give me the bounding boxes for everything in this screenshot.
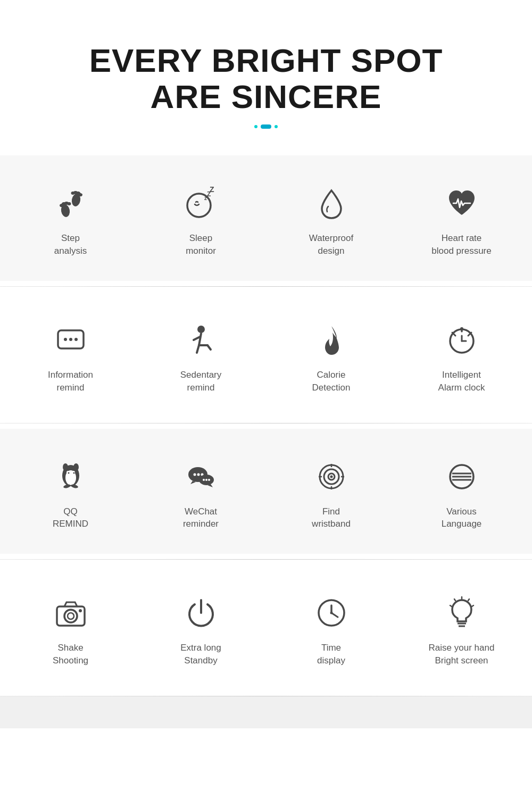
feature-sedentary: Sedentary remind <box>136 308 266 407</box>
svg-point-17 <box>74 338 78 341</box>
feature-wechat: WeChat reminder <box>136 445 266 544</box>
svg-line-68 <box>468 599 469 601</box>
feature-heart-rate: Heart rate blood pressure <box>396 171 527 270</box>
flame-icon <box>310 319 353 361</box>
svg-point-28 <box>63 463 68 471</box>
feature-section-1: Step analysis z Z Z Sleep monitor <box>0 155 532 281</box>
svg-line-70 <box>472 605 473 606</box>
qq-icon <box>49 455 92 498</box>
feature-alarm: Intelligent Alarm clock <box>396 308 527 407</box>
svg-point-37 <box>193 473 196 476</box>
svg-point-57 <box>64 610 77 622</box>
page-title: EVERY BRIGHT SPOT ARE SINCERE <box>89 43 443 115</box>
step-analysis-label: Step analysis <box>54 232 87 257</box>
footer-spacer <box>0 696 532 728</box>
calorie-label: Calorie Detection <box>312 369 351 394</box>
svg-point-58 <box>68 613 74 619</box>
heart-rate-label: Heart rate blood pressure <box>431 232 491 257</box>
svg-point-32 <box>68 472 69 473</box>
sitting-icon <box>180 319 222 361</box>
clock-icon <box>310 592 353 634</box>
feature-step-analysis: Step analysis <box>5 171 136 270</box>
divider-1 <box>0 286 532 287</box>
power-icon <box>180 592 222 634</box>
svg-point-64 <box>330 612 332 614</box>
bulb-icon <box>440 592 483 634</box>
svg-point-43 <box>208 479 210 481</box>
shake-shoot-label: Shake Shooting <box>53 642 88 667</box>
feature-language: Various Language <box>396 445 527 544</box>
svg-point-18 <box>197 326 205 333</box>
svg-point-41 <box>203 479 205 481</box>
alarm-icon <box>440 319 483 361</box>
feature-sleep-monitor: z Z Z Sleep monitor <box>136 171 266 270</box>
feature-raise-hand: Raise your hand Bright screen <box>396 581 527 680</box>
qq-label: QQ REMIND <box>53 505 88 531</box>
page-header: EVERY BRIGHT SPOT ARE SINCERE <box>79 0 454 150</box>
sleep-monitor-label: Sleep monitor <box>186 232 216 257</box>
svg-point-15 <box>64 338 67 341</box>
feature-section-4: Shake Shooting Extra long Standby <box>0 565 532 691</box>
svg-line-69 <box>454 599 455 601</box>
feature-section-3: QQ REMIND <box>0 429 532 554</box>
time-display-label: Time display <box>317 642 345 667</box>
heartrate-icon <box>440 182 483 225</box>
footprints-icon <box>49 182 92 225</box>
svg-text:Z: Z <box>210 186 214 194</box>
info-remind-label: Information remind <box>48 369 93 394</box>
waterproof-label: Waterproof design <box>309 232 353 257</box>
svg-point-38 <box>197 473 200 476</box>
svg-point-23 <box>460 327 463 330</box>
svg-line-71 <box>450 605 452 606</box>
feature-waterproof: Waterproof design <box>266 171 396 270</box>
svg-point-59 <box>79 609 82 612</box>
language-label: Various Language <box>442 505 482 531</box>
drop-icon <box>310 182 353 225</box>
radar-icon <box>310 455 353 498</box>
svg-point-29 <box>73 463 79 471</box>
decorative-dots <box>89 124 443 129</box>
divider-3 <box>0 559 532 560</box>
sleep-icon: z Z Z <box>180 182 222 225</box>
wechat-icon <box>180 455 222 498</box>
wechat-label: WeChat reminder <box>183 505 219 531</box>
feature-info-remind: Information remind <box>5 308 136 407</box>
menu-icon <box>440 455 483 498</box>
alarm-label: Intelligent Alarm clock <box>438 369 485 394</box>
svg-point-42 <box>205 479 207 481</box>
feature-standby: Extra long Standby <box>136 581 266 680</box>
feature-find-band: Find wristband <box>266 445 396 544</box>
feature-calorie: Calorie Detection <box>266 308 396 407</box>
camera-icon <box>49 592 92 634</box>
find-band-label: Find wristband <box>312 505 351 531</box>
svg-point-47 <box>330 475 332 478</box>
feature-shake-shoot: Shake Shooting <box>5 581 136 680</box>
standby-label: Extra long Standby <box>180 642 221 667</box>
feature-time-display: Time display <box>266 581 396 680</box>
raise-hand-label: Raise your hand Bright screen <box>429 642 495 667</box>
feature-section-2: Information remind Sedentary remind <box>0 292 532 418</box>
svg-point-16 <box>69 338 72 341</box>
divider-2 <box>0 423 532 423</box>
feature-qq: QQ REMIND <box>5 445 136 544</box>
sedentary-label: Sedentary remind <box>180 369 222 394</box>
svg-point-33 <box>73 472 74 473</box>
message-icon <box>49 319 92 361</box>
